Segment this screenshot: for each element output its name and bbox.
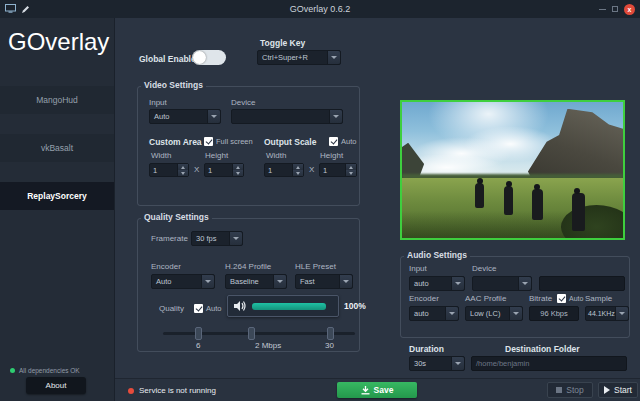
dimension-separator: X — [194, 165, 199, 174]
dropdown-value: Ctrl+Super+R — [258, 51, 327, 64]
dropdown-value: 44.1KHz — [586, 307, 615, 320]
video-settings-title: Video Settings — [141, 80, 206, 90]
preview-character — [572, 193, 585, 231]
spinner-value: 1 — [150, 164, 177, 176]
pencil-icon — [21, 5, 30, 14]
volume-slider[interactable] — [252, 303, 326, 310]
audio-input-dropdown[interactable]: auto — [409, 276, 465, 291]
audio-encoder-dropdown[interactable]: auto — [409, 306, 459, 321]
titlebar-icons — [5, 4, 30, 14]
bitrate-slider-handle-min[interactable] — [195, 327, 202, 340]
spinner-buttons[interactable] — [345, 164, 356, 176]
framerate-dropdown[interactable]: 30 fps — [191, 231, 243, 246]
audio-bitrate-auto-checkbox[interactable]: Auto — [557, 294, 583, 303]
destination-folder-field[interactable]: /home/benjamin — [471, 356, 627, 371]
video-device-dropdown[interactable] — [231, 109, 343, 124]
video-preview — [400, 100, 625, 240]
maximize-icon[interactable] — [612, 6, 618, 12]
bitrate-max-label: 30 — [325, 341, 334, 350]
close-icon[interactable]: x — [624, 4, 635, 15]
fullscreen-checkbox[interactable]: Full screen — [204, 137, 253, 146]
chevron-down-icon[interactable] — [229, 232, 242, 245]
app-window: GOverlay 0.6.2 x GOverlay MangoHud vkBas… — [0, 0, 640, 401]
hle-preset-dropdown[interactable]: Fast — [295, 274, 353, 289]
global-enable-label: Global Enable — [139, 54, 196, 64]
audio-encoder-label: Encoder — [409, 294, 439, 303]
bitrate-min-label: 6 — [196, 341, 200, 350]
checkbox-icon — [329, 137, 338, 146]
aac-profile-label: AAC Profile — [465, 294, 506, 303]
chevron-down-icon[interactable] — [273, 275, 286, 288]
scale-width-spinner[interactable]: 1 — [264, 163, 304, 177]
custom-width-spinner[interactable]: 1 — [149, 163, 189, 177]
sample-rate-dropdown[interactable]: 44.1KHz — [585, 306, 629, 321]
chevron-down-icon[interactable] — [327, 51, 340, 64]
bitrate-slider-handle-max[interactable] — [327, 327, 334, 340]
display-icon — [5, 4, 16, 14]
toggle-key-label: Toggle Key — [260, 38, 305, 48]
chevron-down-icon[interactable] — [451, 277, 464, 290]
chevron-down-icon[interactable] — [329, 110, 342, 123]
spinner-value: 1 — [320, 164, 345, 176]
app-logo: GOverlay — [0, 18, 114, 56]
chevron-down-icon[interactable] — [339, 275, 352, 288]
custom-height-spinner[interactable]: 1 — [204, 163, 244, 177]
chevron-down-icon[interactable] — [518, 277, 531, 290]
output-scale-label: Output Scale — [264, 137, 316, 147]
start-button-label: Start — [614, 385, 632, 395]
sidebar-item-mangohud[interactable]: MangoHud — [0, 86, 114, 114]
video-input-dropdown[interactable]: Auto — [149, 109, 221, 124]
sidebar-item-replaysorcery[interactable]: ReplaySorcery — [0, 182, 114, 210]
stop-icon — [556, 387, 562, 393]
sidebar-item-vkbasalt[interactable]: vkBasalt — [0, 134, 114, 162]
checkbox-icon — [194, 304, 203, 313]
duration-dropdown[interactable]: 30s — [409, 356, 465, 371]
chevron-down-icon[interactable] — [615, 307, 628, 320]
window-controls: x — [599, 4, 635, 15]
dropdown-value — [232, 110, 329, 123]
toggle-key-dropdown[interactable]: Ctrl+Super+R — [257, 50, 341, 65]
save-button[interactable]: Save — [337, 382, 417, 398]
global-enable-toggle[interactable] — [192, 50, 226, 65]
audio-settings-title: Audio Settings — [404, 250, 470, 260]
bitrate-value-label: 2 Mbps — [255, 341, 281, 350]
chevron-down-icon[interactable] — [445, 307, 458, 320]
audio-device-dropdown[interactable] — [472, 276, 532, 291]
scale-height-spinner[interactable]: 1 — [319, 163, 357, 177]
chevron-down-icon[interactable] — [509, 307, 522, 320]
preview-character — [475, 183, 484, 208]
dropdown-value: auto — [410, 277, 451, 290]
spinner-buttons[interactable] — [292, 164, 303, 176]
scale-width-label: Width — [266, 151, 286, 160]
status-dot-icon — [10, 368, 15, 373]
encoder-dropdown[interactable]: Auto — [151, 274, 215, 289]
stop-button[interactable]: Stop — [547, 382, 593, 398]
bitrate-slider-handle-value[interactable] — [248, 327, 255, 340]
dependency-status: All dependencies OK — [10, 367, 80, 374]
spinner-buttons[interactable] — [177, 164, 188, 176]
save-button-label: Save — [374, 385, 394, 395]
stop-button-label: Stop — [566, 385, 584, 395]
spinner-buttons[interactable] — [232, 164, 243, 176]
audio-device-label: Device — [472, 264, 496, 273]
minimize-icon[interactable] — [599, 9, 606, 10]
dropdown-value: Fast — [296, 275, 339, 288]
volume-control[interactable] — [227, 295, 339, 317]
checkbox-icon — [557, 294, 566, 303]
quality-auto-checkbox[interactable]: Auto — [194, 304, 221, 313]
quality-settings-title: Quality Settings — [141, 212, 212, 222]
chevron-down-icon[interactable] — [201, 275, 214, 288]
h264-profile-dropdown[interactable]: Baseline — [225, 274, 287, 289]
about-button[interactable]: About — [26, 377, 86, 394]
aac-profile-dropdown[interactable]: Low (LC) — [465, 306, 523, 321]
spinner-value: 1 — [265, 164, 292, 176]
chevron-down-icon[interactable] — [451, 357, 464, 370]
encoder-label: Encoder — [151, 262, 181, 271]
dropdown-value: 30s — [410, 357, 451, 370]
start-button[interactable]: Start — [598, 382, 638, 398]
chevron-down-icon[interactable] — [207, 110, 220, 123]
output-scale-auto-checkbox[interactable]: Auto — [329, 137, 356, 146]
scale-height-label: Height — [320, 151, 343, 160]
audio-device-field[interactable] — [539, 276, 625, 291]
preview-character — [504, 186, 513, 215]
